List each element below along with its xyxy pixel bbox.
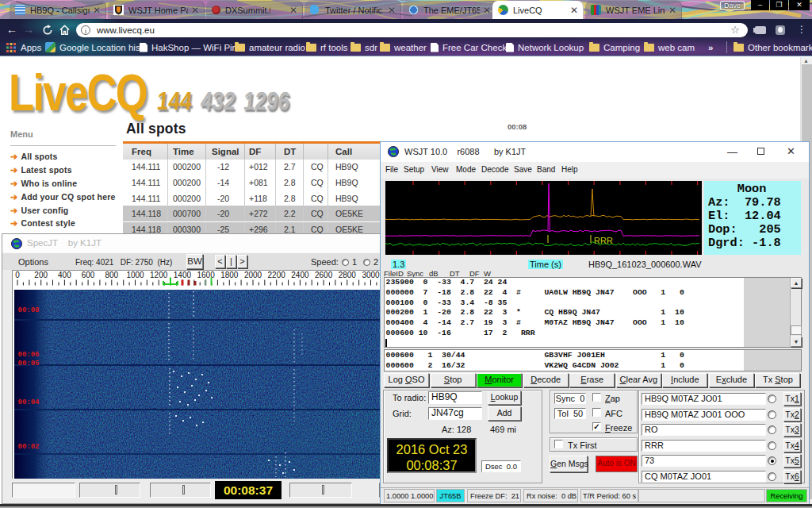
- svg-text:00:05: 00:05: [18, 360, 40, 368]
- svg-text:00:06: 00:06: [18, 351, 40, 359]
- svg-text:00:08: 00:08: [18, 306, 40, 314]
- svg-text:00:02: 00:02: [18, 443, 40, 451]
- svg-text:00:04: 00:04: [18, 398, 40, 406]
- svg-text:RRR: RRR: [594, 236, 613, 245]
